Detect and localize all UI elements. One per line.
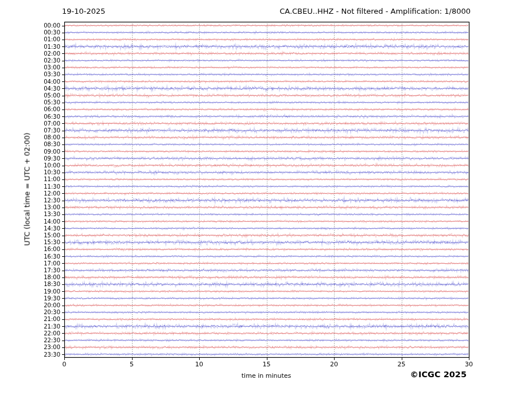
x-tick-label: 10	[188, 361, 211, 368]
y-tick-label: 02:30	[33, 57, 60, 64]
y-tick-label: 03:30	[33, 71, 60, 77]
y-tick-label: 11:00	[33, 176, 60, 182]
y-tick-label: 20:30	[33, 309, 60, 315]
plot-date-label: 19-10-2025	[62, 7, 106, 16]
y-tick-label: 18:30	[33, 281, 60, 287]
y-tick-label: 14:00	[33, 218, 60, 225]
x-tick-label: 5	[121, 361, 143, 368]
y-tick-label: 19:00	[33, 288, 60, 295]
copyright-label: ©ICGC 2025	[410, 370, 467, 379]
x-axis-title: time in minutes	[242, 372, 291, 380]
y-tick-label: 11:30	[33, 183, 60, 190]
y-tick-label: 00:00	[33, 22, 60, 29]
x-tick-label: 15	[255, 361, 278, 368]
y-tick-label: 10:00	[33, 162, 60, 169]
y-tick-label: 16:00	[33, 246, 60, 252]
y-tick-label: 01:00	[33, 36, 60, 42]
y-tick-label: 13:30	[33, 211, 60, 217]
y-tick-label: 03:00	[33, 64, 60, 71]
y-tick-label: 12:30	[33, 197, 60, 204]
y-tick-label: 06:30	[33, 114, 60, 120]
y-tick-label: 17:00	[33, 260, 60, 267]
y-tick-label: 15:30	[33, 239, 60, 245]
y-tick-label: 05:00	[33, 92, 60, 99]
x-tick-label: 30	[457, 361, 480, 368]
y-tick-label: 19:30	[33, 295, 60, 302]
y-tick-label: 02:00	[33, 50, 60, 57]
y-tick-label: 16:30	[33, 253, 60, 260]
y-tick-label: 08:00	[33, 134, 60, 140]
y-tick-label: 07:00	[33, 120, 60, 127]
plot-title: CA.CBEU..HHZ - Not filtered - Amplificat…	[279, 7, 471, 16]
helicorder-plot-canvas	[0, 0, 532, 399]
y-tick-label: 08:30	[33, 141, 60, 147]
y-tick-label: 05:30	[33, 99, 60, 105]
y-tick-label: 21:00	[33, 316, 60, 322]
y-tick-label: 07:30	[33, 127, 60, 134]
y-tick-label: 14:30	[33, 225, 60, 232]
y-tick-label: 15:00	[33, 232, 60, 238]
y-tick-label: 18:00	[33, 274, 60, 280]
x-tick-label: 0	[53, 361, 76, 368]
y-tick-label: 22:30	[33, 337, 60, 343]
y-tick-label: 23:00	[33, 344, 60, 350]
y-tick-label: 12:00	[33, 190, 60, 197]
y-tick-label: 21:30	[33, 323, 60, 330]
y-tick-label: 13:00	[33, 204, 60, 210]
x-tick-label: 20	[323, 361, 345, 368]
y-tick-label: 10:30	[33, 169, 60, 175]
x-tick-label: 25	[390, 361, 413, 368]
y-axis-title: UTC (local time = UTC + 02:00)	[23, 132, 32, 246]
y-tick-label: 04:00	[33, 79, 60, 85]
y-tick-label: 01:30	[33, 44, 60, 50]
y-tick-label: 09:30	[33, 155, 60, 162]
y-tick-label: 20:00	[33, 302, 60, 308]
y-tick-label: 00:30	[33, 29, 60, 36]
y-tick-label: 04:30	[33, 85, 60, 92]
y-tick-label: 23:30	[33, 351, 60, 358]
y-tick-label: 09:00	[33, 148, 60, 155]
y-tick-label: 22:00	[33, 330, 60, 337]
y-tick-label: 17:30	[33, 267, 60, 273]
helicorder-page: 19-10-2025 CA.CBEU..HHZ - Not filtered -…	[0, 0, 532, 399]
y-tick-label: 06:00	[33, 106, 60, 112]
